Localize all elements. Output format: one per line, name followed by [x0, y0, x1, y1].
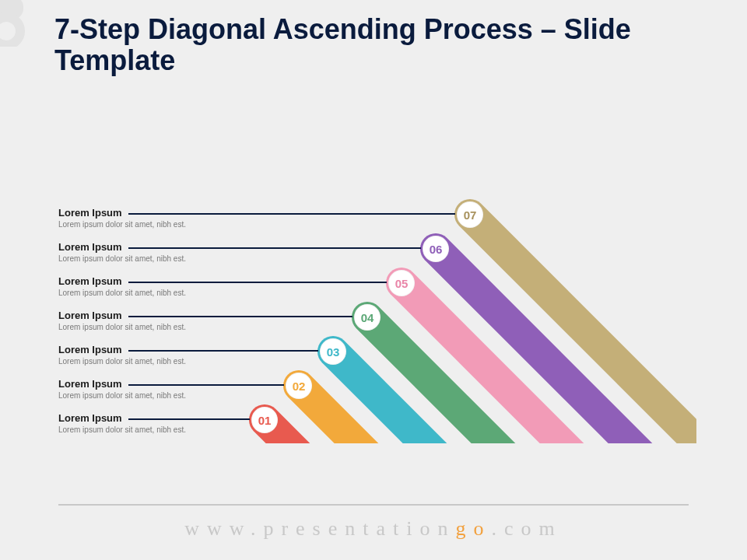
footer-suffix: .com	[491, 517, 562, 540]
step-desc: Lorem ipsum dolor sit amet, nibh est.	[58, 323, 696, 331]
step-desc: Lorem ipsum dolor sit amet, nibh est.	[58, 289, 696, 297]
step-desc: Lorem ipsum dolor sit amet, nibh est.	[58, 391, 696, 400]
step-row: Lorem IpsumLorem ipsum dolor sit amet, n…	[58, 207, 696, 229]
connector-line	[128, 213, 455, 215]
logo-watermark	[0, 0, 47, 47]
step-desc: Lorem ipsum dolor sit amet, nibh est.	[58, 220, 696, 229]
footer-accent: go	[455, 517, 491, 540]
connector-line	[128, 350, 318, 352]
connector-line	[128, 282, 387, 283]
step-desc: Lorem ipsum dolor sit amet, nibh est.	[58, 254, 696, 263]
svg-point-1	[0, 17, 20, 45]
step-row: Lorem IpsumLorem ipsum dolor sit amet, n…	[58, 310, 696, 331]
step-desc: Lorem ipsum dolor sit amet, nibh est.	[58, 357, 696, 366]
step-row: Lorem IpsumLorem ipsum dolor sit amet, n…	[58, 275, 696, 297]
connector-line	[128, 418, 250, 420]
step-row: Lorem IpsumLorem ipsum dolor sit amet, n…	[58, 241, 696, 263]
connector-line	[128, 316, 352, 317]
diagonal-process-diagram: 01020304050607Lorem IpsumLorem ipsum dol…	[58, 187, 696, 443]
footer-mid: presentation	[263, 517, 455, 540]
step-row: Lorem IpsumLorem ipsum dolor sit amet, n…	[58, 344, 696, 366]
page-title: 7-Step Diagonal Ascending Process – Slid…	[54, 14, 716, 75]
footer-divider	[58, 504, 689, 506]
step-row: Lorem IpsumLorem ipsum dolor sit amet, n…	[58, 378, 696, 400]
connector-line	[128, 384, 284, 386]
footer-prefix: www.	[184, 517, 263, 540]
step-desc: Lorem ipsum dolor sit amet, nibh est.	[58, 425, 696, 434]
step-row: Lorem IpsumLorem ipsum dolor sit amet, n…	[58, 412, 696, 434]
footer-url: www.presentationgo.com	[0, 517, 747, 541]
connector-line	[128, 247, 421, 249]
